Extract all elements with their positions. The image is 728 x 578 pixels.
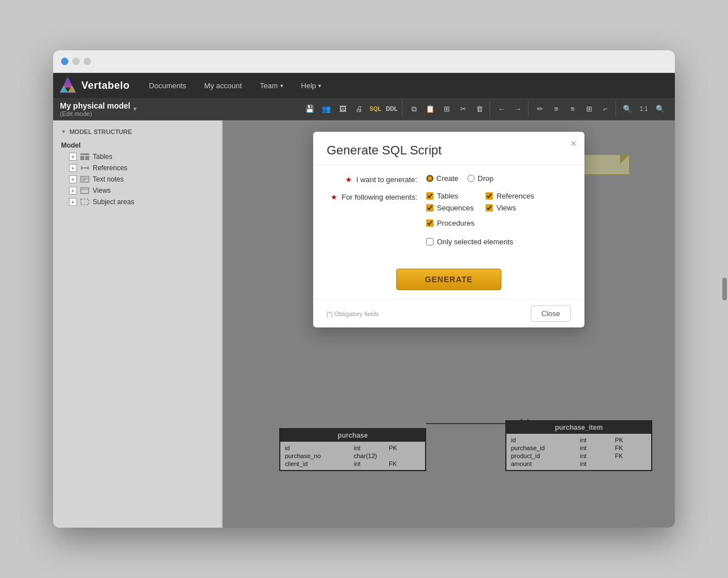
delete-button[interactable]: 🗑 — [471, 101, 487, 117]
expand-tables-icon[interactable]: + — [69, 153, 77, 161]
align-left-button[interactable]: ≡ — [548, 101, 564, 117]
maximize-button[interactable] — [84, 58, 91, 65]
close-button[interactable]: Close — [531, 305, 571, 322]
nav-my-account[interactable]: My account — [196, 78, 249, 93]
minimize-button[interactable] — [72, 58, 80, 65]
obligatory-note: [*] Obligatory fields — [327, 310, 379, 317]
check-only-selected-label[interactable]: Only selected elements — [426, 238, 513, 246]
image-button[interactable]: 🖼 — [335, 101, 350, 117]
generate-sql-dialog: Generate SQL Script × ★ I want to genera… — [313, 132, 584, 327]
check-tables[interactable] — [426, 192, 434, 200]
check-references-label[interactable]: References — [486, 192, 534, 200]
forward-button[interactable]: → — [510, 101, 526, 117]
form-row-elements: ★ For following elements: Tables — [327, 192, 571, 246]
checkbox-grid: Tables References Sequences — [426, 192, 534, 227]
check-references[interactable] — [486, 192, 493, 200]
check-procedures-label[interactable]: Procedures — [426, 219, 474, 227]
copy-button[interactable]: ⧉ — [406, 101, 422, 117]
back-button[interactable]: ← — [493, 101, 509, 117]
corner-button[interactable]: ⌐ — [597, 101, 613, 117]
dialog-overlay: Generate SQL Script × ★ I want to genera… — [223, 120, 675, 528]
sidebar-item-views[interactable]: + Views — [53, 185, 222, 196]
elements-required-star: ★ — [331, 193, 337, 201]
generate-type-radios: Create Drop — [426, 174, 493, 183]
paste-button[interactable]: 📋 — [422, 101, 438, 117]
zoom-in-button[interactable]: 🔍 — [652, 101, 668, 117]
toolbar: My physical model (Edit mode) ▾ 💾 👥 🖼 🖨 … — [53, 98, 675, 120]
zoom-fit-button[interactable]: 1:1 — [636, 101, 652, 117]
check-procedures[interactable] — [426, 219, 434, 227]
users-button[interactable]: 👥 — [318, 101, 334, 117]
generate-type-label: ★ I want to generate: — [327, 174, 417, 184]
nav-team[interactable]: Team ▾ — [252, 78, 291, 93]
sql-button[interactable]: SQL — [367, 101, 383, 117]
check-sequences[interactable] — [426, 204, 434, 212]
edit-button[interactable]: ✏ — [532, 101, 548, 117]
area-icon — [80, 199, 89, 205]
help-chevron-icon: ▾ — [318, 83, 321, 89]
sidebar-item-references[interactable]: + References — [53, 162, 222, 174]
expand-textnotes-icon[interactable]: + — [69, 175, 77, 183]
align-right-button[interactable]: ≡ — [565, 101, 580, 117]
only-selected-row: Only selected elements — [426, 238, 513, 246]
model-name: My physical model — [60, 101, 130, 110]
check-sequences-label[interactable]: Sequences — [426, 204, 474, 212]
zoom-out-button[interactable]: 🔍 — [619, 101, 635, 117]
grid-button[interactable]: ⊞ — [581, 101, 597, 117]
duplicate-button[interactable]: ⊞ — [439, 101, 454, 117]
generate-area: GENERATE — [313, 263, 584, 299]
logo-text: Vertabelo — [81, 80, 130, 92]
cut-button[interactable]: ✂ — [455, 101, 471, 117]
check-only-selected[interactable] — [426, 238, 434, 245]
print-button[interactable]: 🖨 — [351, 101, 367, 117]
dialog-body: ★ I want to generate: Create — [313, 165, 584, 263]
toolbar-group-view: ✏ ≡ ≡ ⊞ ⌐ — [530, 101, 616, 117]
nav-help[interactable]: Help ▾ — [293, 78, 330, 93]
dialog-title: Generate SQL Script — [327, 143, 571, 158]
form-row-generate-type: ★ I want to generate: Create — [327, 174, 571, 184]
generate-button[interactable]: GENERATE — [396, 269, 502, 290]
expand-areas-icon[interactable]: + — [69, 198, 77, 206]
app-window: Vertabelo Documents My account Team ▾ He… — [53, 50, 675, 528]
expand-references-icon[interactable]: + — [69, 164, 77, 172]
navbar: Vertabelo Documents My account Team ▾ He… — [53, 73, 675, 98]
model-info: My physical model (Edit mode) ▾ — [58, 99, 298, 119]
titlebar — [53, 50, 675, 73]
close-button[interactable] — [61, 58, 68, 65]
expand-views-icon[interactable]: + — [69, 187, 77, 195]
svg-rect-14 — [81, 188, 89, 193]
radio-drop[interactable] — [467, 175, 475, 182]
svg-rect-16 — [81, 199, 89, 205]
toolbar-group-zoom: 🔍 1:1 🔍 — [617, 101, 670, 117]
references-icon — [80, 165, 89, 171]
traffic-lights — [61, 58, 91, 65]
toolbar-group-file: 💾 👥 🖼 🖨 SQL DDL — [300, 101, 402, 117]
elements-label: ★ For following elements: — [327, 192, 417, 201]
sidebar-item-subject-areas[interactable]: + Subject areas — [53, 196, 222, 208]
required-star: ★ — [345, 175, 352, 184]
dialog-close-icon[interactable]: × — [570, 139, 577, 149]
main-area: MODEL STRUCTURE Model + Tables + Referen… — [53, 120, 675, 528]
sidebar-model-root[interactable]: Model — [53, 140, 222, 151]
tables-icon — [80, 153, 89, 160]
dialog-header: Generate SQL Script × — [313, 132, 584, 165]
elements-checkboxes: Tables References Sequences — [426, 192, 571, 246]
check-views-label[interactable]: Views — [486, 204, 534, 212]
toolbar-group-nav: ← → — [491, 101, 528, 117]
nav-documents[interactable]: Documents — [141, 78, 194, 93]
radio-create-label[interactable]: Create — [426, 174, 458, 183]
sidebar-item-text-notes[interactable]: + Text notes — [53, 174, 222, 185]
sidebar-item-tables[interactable]: + Tables — [53, 151, 222, 162]
dialog-footer: [*] Obligatory fields Close — [313, 299, 584, 327]
sidebar: MODEL STRUCTURE Model + Tables + Referen… — [53, 120, 223, 528]
radio-create[interactable] — [426, 175, 434, 182]
logo[interactable]: Vertabelo — [59, 76, 130, 94]
textnote-icon — [80, 176, 89, 183]
check-views[interactable] — [486, 204, 493, 212]
save-button[interactable]: 💾 — [302, 101, 318, 117]
check-tables-label[interactable]: Tables — [426, 192, 474, 200]
radio-drop-label[interactable]: Drop — [467, 174, 493, 183]
ddl-button[interactable]: DDL — [384, 101, 400, 117]
model-mode: (Edit mode) — [60, 110, 130, 117]
toolbar-group-edit: ⧉ 📋 ⊞ ✂ 🗑 — [404, 101, 490, 117]
